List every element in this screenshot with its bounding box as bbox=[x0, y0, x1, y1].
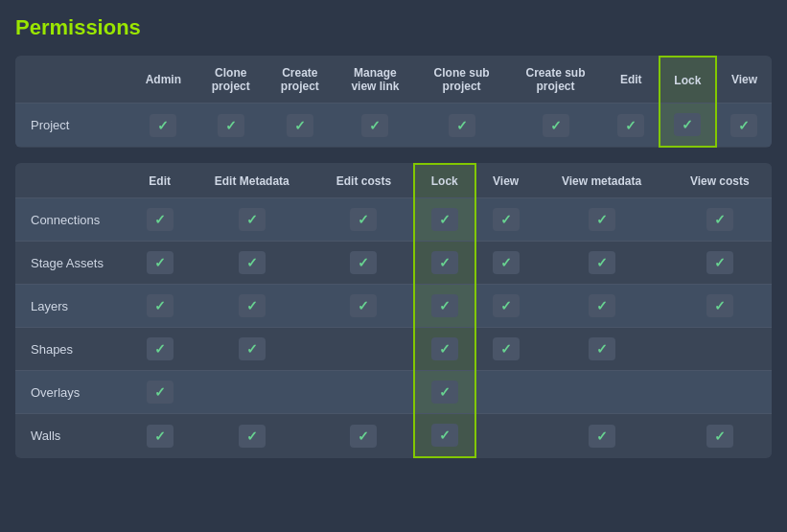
check-icon: ✓ bbox=[493, 337, 520, 360]
bottom-cell-5-0: ✓ bbox=[130, 414, 189, 458]
check-icon: ✓ bbox=[493, 251, 520, 274]
bottom-cell-2-0: ✓ bbox=[130, 285, 189, 328]
top-cell-0-3: ✓ bbox=[335, 104, 416, 148]
top-cell-0-8: ✓ bbox=[716, 104, 772, 148]
top-cell-0-7: ✓ bbox=[660, 104, 716, 148]
check-icon: ✓ bbox=[147, 337, 174, 360]
bottom-cell-1-2: ✓ bbox=[314, 242, 414, 285]
bottom-cell-3-1: ✓ bbox=[189, 328, 314, 371]
top-cell-0-2: ✓ bbox=[266, 104, 335, 148]
bottom-table-scroll[interactable]: Edit Edit Metadata Edit costs Lock View … bbox=[15, 163, 772, 458]
check-icon: ✓ bbox=[239, 425, 266, 448]
check-icon: ✓ bbox=[350, 208, 377, 231]
top-col-lock: Lock bbox=[660, 57, 716, 104]
top-col-label bbox=[15, 57, 130, 104]
bottom-cell-4-1 bbox=[189, 371, 314, 414]
bottom-cell-3-0: ✓ bbox=[130, 328, 189, 371]
bottom-cell-4-5 bbox=[535, 371, 667, 414]
bottom-table-row: Shapes✓✓✓✓✓ bbox=[15, 328, 772, 371]
bottom-cell-0-1: ✓ bbox=[189, 198, 314, 242]
bottom-cell-5-2: ✓ bbox=[314, 414, 414, 458]
bottom-cell-3-5: ✓ bbox=[535, 328, 667, 371]
top-cell-0-0: ✓ bbox=[130, 104, 197, 148]
check-icon: ✓ bbox=[730, 114, 757, 137]
bottom-table-section: Edit Edit Metadata Edit costs Lock View … bbox=[15, 163, 772, 458]
check-icon: ✓ bbox=[239, 208, 266, 231]
check-icon: ✓ bbox=[431, 208, 458, 231]
check-icon: ✓ bbox=[350, 294, 377, 317]
page-title: Permissions bbox=[15, 15, 772, 40]
check-icon: ✓ bbox=[493, 294, 520, 317]
bottom-cell-1-5: ✓ bbox=[535, 242, 667, 285]
bottom-cell-4-2 bbox=[314, 371, 414, 414]
bottom-cell-5-3: ✓ bbox=[414, 414, 475, 458]
bottom-cell-0-2: ✓ bbox=[314, 198, 414, 242]
check-icon: ✓ bbox=[493, 208, 520, 231]
check-icon: ✓ bbox=[449, 114, 475, 137]
bottom-col-edit: Edit bbox=[130, 164, 189, 198]
bottom-col-edit-costs: Edit costs bbox=[314, 164, 414, 198]
bottom-cell-5-4 bbox=[475, 414, 536, 458]
top-col-clone-project: Cloneproject bbox=[197, 57, 266, 104]
bottom-table-row: Overlays✓✓ bbox=[15, 371, 772, 414]
bottom-cell-4-6 bbox=[668, 371, 772, 414]
bottom-cell-0-3: ✓ bbox=[414, 198, 475, 242]
check-icon: ✓ bbox=[147, 251, 174, 274]
check-icon: ✓ bbox=[706, 425, 733, 448]
top-cell-0-1: ✓ bbox=[197, 104, 266, 148]
check-icon: ✓ bbox=[431, 337, 458, 360]
top-table-header-row: Admin Cloneproject Createproject Managev… bbox=[15, 57, 772, 104]
bottom-cell-1-3: ✓ bbox=[414, 242, 475, 285]
bottom-cell-4-3: ✓ bbox=[414, 371, 475, 414]
bottom-cell-1-0: ✓ bbox=[130, 242, 189, 285]
bottom-cell-0-4: ✓ bbox=[475, 198, 536, 242]
check-icon: ✓ bbox=[431, 424, 458, 447]
bottom-cell-5-5: ✓ bbox=[535, 414, 667, 458]
check-icon: ✓ bbox=[239, 251, 266, 274]
check-icon: ✓ bbox=[218, 114, 244, 137]
bottom-cell-3-6 bbox=[668, 328, 772, 371]
check-icon: ✓ bbox=[589, 251, 615, 274]
bottom-table-row: Walls✓✓✓✓✓✓ bbox=[15, 414, 772, 458]
check-icon: ✓ bbox=[543, 114, 569, 137]
check-icon: ✓ bbox=[589, 208, 615, 231]
bottom-cell-1-1: ✓ bbox=[189, 242, 314, 285]
check-icon: ✓ bbox=[361, 114, 388, 137]
bottom-row-label: Shapes bbox=[15, 328, 130, 371]
bottom-cell-3-3: ✓ bbox=[414, 328, 475, 371]
top-cell-0-5: ✓ bbox=[507, 104, 603, 148]
bottom-cell-4-4 bbox=[475, 371, 536, 414]
bottom-row-label: Walls bbox=[15, 414, 130, 458]
bottom-col-view-costs: View costs bbox=[668, 164, 772, 198]
check-icon: ✓ bbox=[706, 294, 733, 317]
bottom-table-header-row: Edit Edit Metadata Edit costs Lock View … bbox=[15, 164, 772, 198]
top-table-section: Admin Cloneproject Createproject Managev… bbox=[15, 56, 772, 148]
check-icon: ✓ bbox=[239, 294, 266, 317]
check-icon: ✓ bbox=[147, 381, 174, 404]
top-col-manage-view-link: Manageview link bbox=[335, 57, 416, 104]
check-icon: ✓ bbox=[589, 294, 615, 317]
bottom-table-row: Layers✓✓✓✓✓✓✓ bbox=[15, 285, 772, 328]
bottom-cell-5-6: ✓ bbox=[668, 414, 772, 458]
top-row-label: Project bbox=[15, 104, 130, 148]
check-icon: ✓ bbox=[431, 251, 458, 274]
top-col-clone-sub-project: Clone subproject bbox=[416, 57, 507, 104]
check-icon: ✓ bbox=[350, 251, 377, 274]
top-table-row: Project✓✓✓✓✓✓✓✓✓ bbox=[15, 104, 772, 148]
bottom-row-label: Stage Assets bbox=[15, 242, 130, 285]
check-icon: ✓ bbox=[150, 114, 176, 137]
top-cell-0-6: ✓ bbox=[604, 104, 660, 148]
bottom-col-label bbox=[15, 164, 130, 198]
bottom-col-lock: Lock bbox=[414, 164, 475, 198]
check-icon: ✓ bbox=[147, 208, 174, 231]
bottom-row-label: Overlays bbox=[15, 371, 130, 414]
top-col-create-project: Createproject bbox=[266, 57, 335, 104]
top-col-edit: Edit bbox=[604, 57, 660, 104]
bottom-cell-0-6: ✓ bbox=[668, 198, 772, 242]
check-icon: ✓ bbox=[674, 113, 701, 136]
bottom-cell-2-4: ✓ bbox=[475, 285, 536, 328]
check-icon: ✓ bbox=[147, 425, 174, 448]
bottom-col-view: View bbox=[475, 164, 536, 198]
bottom-row-label: Connections bbox=[15, 198, 130, 242]
top-table-body: Project✓✓✓✓✓✓✓✓✓ bbox=[15, 104, 772, 148]
